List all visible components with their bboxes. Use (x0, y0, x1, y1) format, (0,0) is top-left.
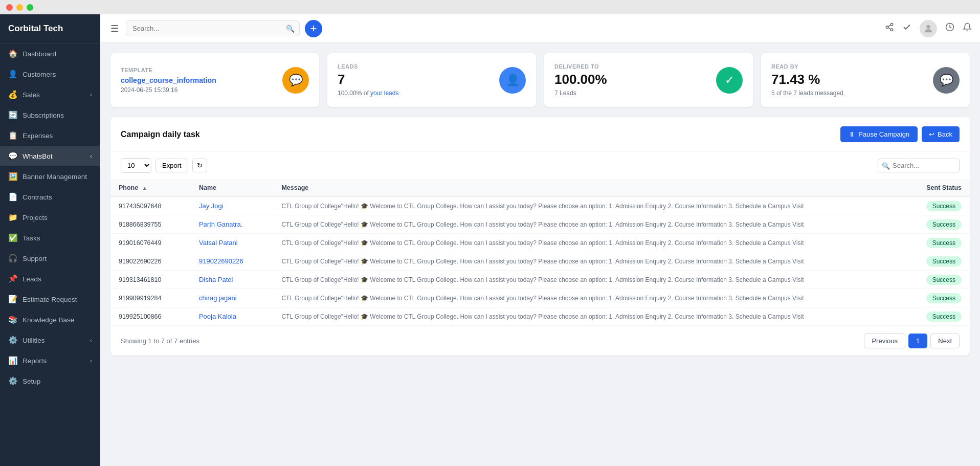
sidebar: Corbital Tech 🏠 Dashboard 👤 Customers 💰 … (0, 14, 100, 466)
sidebar-item-support[interactable]: 🎧 Support (0, 248, 100, 269)
sidebar-item-utilities[interactable]: ⚙️ Utilities ‹ (0, 330, 100, 350)
cell-message: CTL Group of College"Hello! 🎓 Welcome to… (273, 307, 899, 326)
projects-icon: 📁 (8, 213, 17, 222)
cell-name[interactable]: Disha Patel (191, 271, 273, 289)
table-row: 919925100866 Pooja Kalola CTL Group of C… (110, 307, 970, 326)
sidebar-item-label: Dashboard (23, 50, 56, 58)
sidebar-item-label: Estimate Request (23, 296, 77, 303)
close-btn[interactable] (6, 4, 13, 11)
cell-name[interactable]: chirag jagani (191, 289, 273, 307)
sidebar-item-reports[interactable]: 📊 Reports ‹ (0, 350, 100, 371)
cell-phone: 919925100866 (110, 307, 191, 326)
leads-icon: 📌 (8, 274, 17, 283)
svg-point-0 (890, 24, 893, 26)
readby-value: 71.43 % (771, 72, 845, 87)
cell-message: CTL Group of College"Hello! 🎓 Welcome to… (273, 289, 899, 307)
readby-sub: 5 of the 7 leads messaged. (771, 90, 845, 97)
sales-arrow-icon: ‹ (90, 92, 92, 98)
menu-toggle-button[interactable]: ☰ (108, 21, 121, 36)
contracts-icon: 📄 (8, 192, 17, 202)
cell-status: Success (899, 197, 970, 215)
titlebar (0, 0, 980, 14)
template-icon: 💬 (282, 67, 309, 94)
back-button[interactable]: ↩ Back (922, 126, 960, 142)
sidebar-item-label: WhatsBot (23, 152, 53, 160)
refresh-button[interactable]: ↻ (192, 159, 207, 172)
utilities-icon: ⚙️ (8, 336, 17, 345)
sidebar-item-whatsbot[interactable]: 💬 WhatsBot ‹ (0, 146, 100, 166)
readby-label: READ BY (771, 63, 845, 70)
th-sent-status[interactable]: Sent Status (899, 179, 970, 197)
sidebar-item-label: Utilities (23, 337, 45, 344)
stat-card-template: TEMPLATE college_course_information 2024… (110, 53, 319, 107)
leads-sub: 100.00% of your leads (338, 90, 398, 97)
cell-name[interactable]: Vatsal Patani (191, 234, 273, 252)
minimize-btn[interactable] (16, 4, 23, 11)
sidebar-item-sales[interactable]: 💰 Sales ‹ (0, 84, 100, 105)
cell-message: CTL Group of College"Hello! 🎓 Welcome to… (273, 215, 899, 234)
export-button[interactable]: Export (155, 159, 188, 172)
sidebar-item-expenses[interactable]: 📋 Expenses (0, 125, 100, 146)
th-message[interactable]: Message (273, 179, 899, 197)
pause-campaign-button[interactable]: ⏸ Pause Campaign (840, 126, 918, 142)
per-page-select[interactable]: 10 25 50 100 (121, 158, 151, 173)
svg-line-4 (888, 25, 890, 27)
stat-card-readby: READ BY 71.43 % 5 of the 7 leads message… (761, 53, 970, 107)
cell-name[interactable]: Parth Ganatra. (191, 215, 273, 234)
sidebar-item-customers[interactable]: 👤 Customers (0, 64, 100, 84)
stat-card-leads-left: LEADS 7 100.00% of your leads (338, 63, 398, 97)
template-label: TEMPLATE (121, 67, 216, 73)
status-badge: Success (926, 219, 962, 230)
leads-value: 7 (338, 72, 398, 87)
sidebar-item-setup[interactable]: ⚙️ Setup (0, 371, 100, 391)
support-icon: 🎧 (8, 254, 17, 263)
table-search-input[interactable] (878, 159, 960, 172)
sidebar-item-tasks[interactable]: ✅ Tasks (0, 228, 100, 248)
estimate-icon: 📝 (8, 295, 17, 304)
page-1-button[interactable]: 1 (908, 334, 927, 348)
sidebar-item-banner-management[interactable]: 🖼️ Banner Management (0, 166, 100, 187)
cell-name[interactable]: 919022690226 (191, 252, 273, 271)
status-badge: Success (926, 238, 962, 248)
header-search-container: 🔍 (126, 20, 300, 36)
sidebar-item-estimate-request[interactable]: 📝 Estimate Request (0, 289, 100, 309)
sidebar-item-label: Setup (23, 378, 40, 385)
sidebar-item-contracts[interactable]: 📄 Contracts (0, 187, 100, 207)
table-row: 919016076449 Vatsal Patani CTL Group of … (110, 234, 970, 252)
maximize-btn[interactable] (27, 4, 33, 11)
search-input[interactable] (126, 20, 300, 36)
add-button[interactable]: + (305, 20, 322, 37)
sidebar-item-subscriptions[interactable]: 🔄 Subscriptions (0, 105, 100, 125)
sidebar-item-label: Knowledge Base (23, 316, 74, 324)
sidebar-item-label: Support (23, 255, 47, 262)
header-actions (885, 20, 972, 37)
avatar[interactable] (920, 20, 937, 37)
sidebar-item-dashboard[interactable]: 🏠 Dashboard (0, 43, 100, 64)
th-name[interactable]: Name (191, 179, 273, 197)
cell-name[interactable]: Pooja Kalola (191, 307, 273, 326)
check-icon-button[interactable] (902, 23, 911, 34)
next-button[interactable]: Next (930, 334, 960, 348)
previous-button[interactable]: Previous (864, 334, 905, 348)
cell-name[interactable]: Jay Jogi (191, 197, 273, 215)
sidebar-item-label: Sales (23, 91, 40, 99)
clock-icon-button[interactable] (945, 23, 954, 34)
sort-phone-icon: ▲ (142, 185, 147, 191)
table-wrap: Phone ▲ Name Message Sent Status 9174350… (110, 179, 970, 326)
sidebar-item-projects[interactable]: 📁 Projects (0, 207, 100, 228)
table-row: 919022690226 919022690226 CTL Group of C… (110, 252, 970, 271)
sidebar-item-leads[interactable]: 📌 Leads (0, 269, 100, 289)
share-icon-button[interactable] (885, 23, 894, 34)
search-icon: 🔍 (286, 25, 295, 33)
bell-icon-button[interactable] (963, 23, 972, 34)
th-phone[interactable]: Phone ▲ (110, 179, 191, 197)
cell-phone: 918866839755 (110, 215, 191, 234)
template-sub: 2024-06-25 15:39:16 (121, 86, 216, 94)
utilities-arrow-icon: ‹ (90, 337, 92, 343)
svg-line-3 (888, 28, 890, 29)
cell-status: Success (899, 289, 970, 307)
cell-message: CTL Group of College"Hello! 🎓 Welcome to… (273, 197, 899, 215)
sidebar-item-knowledge-base[interactable]: 📚 Knowledge Base (0, 309, 100, 330)
delivered-value: 100.00% (554, 72, 607, 87)
svg-point-2 (890, 29, 893, 31)
